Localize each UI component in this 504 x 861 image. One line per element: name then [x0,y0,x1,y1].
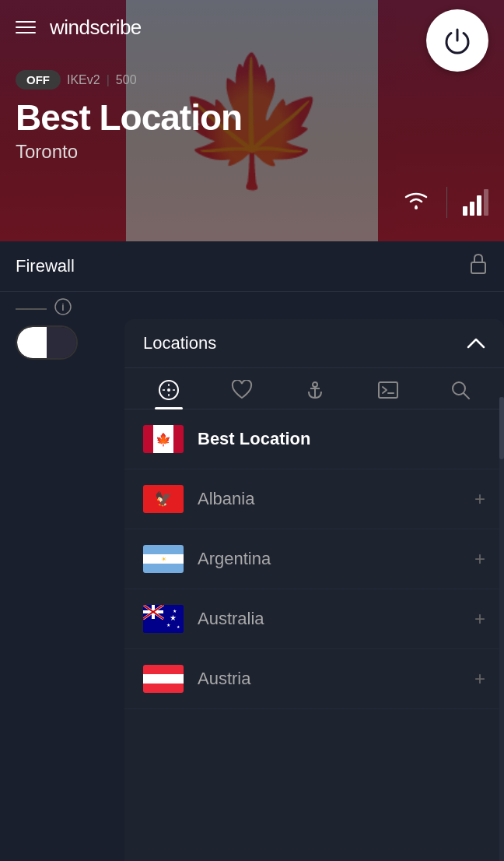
wifi-icon [401,189,431,216]
svg-point-0 [415,206,418,209]
power-button[interactable] [426,9,488,72]
list-item[interactable]: 🦅 Albania + [124,469,504,529]
flag-australia: ★ ★ ★ ★ [143,605,184,633]
expand-icon[interactable]: + [474,608,485,630]
signal-divider [446,187,447,218]
signal-bars-icon [463,189,488,216]
list-item[interactable]: Austria + [124,649,504,709]
tab-favorites[interactable] [231,380,253,408]
scrollbar-thumb[interactable] [499,397,504,459]
protocol-badge: IKEv2 [67,73,100,87]
header-badges: OFF IKEv2 | 500 [16,70,242,90]
list-item[interactable]: ☀ Argentina + [124,529,504,589]
flag-canada: 🍁 [143,425,184,453]
top-nav: windscribe [0,0,504,54]
power-icon [440,23,474,58]
location-name: Best Location [198,429,485,449]
locations-title: Locations [143,333,216,353]
firewall-section: Firewall [0,241,504,292]
tab-all[interactable] [158,379,180,409]
expand-icon[interactable]: + [474,668,485,690]
lock-icon [468,252,488,280]
data-badge: 500 [116,73,137,87]
info-row: i [0,292,504,319]
menu-button[interactable] [16,21,36,33]
locations-panel: Locations [124,319,504,861]
tab-indicator [155,407,183,409]
header-info: OFF IKEv2 | 500 Best Location Toronto [16,70,242,163]
signal-icons [401,187,488,218]
locations-header: Locations [124,319,504,368]
location-name: Australia [198,609,474,629]
theme-toggle[interactable] [16,325,78,360]
expand-icon[interactable]: + [474,548,485,570]
app-logo: windscribe [50,16,142,40]
info-icon[interactable]: i [54,298,72,319]
tab-anchor[interactable] [304,379,326,409]
toggle-dark [47,327,76,358]
location-title: Best Location [16,99,242,136]
expand-icon[interactable]: + [474,488,485,510]
list-item[interactable]: 🍁 Best Location [124,409,504,469]
location-name: Albania [198,489,474,509]
firewall-label: Firewall [16,256,75,276]
flag-austria [143,665,184,693]
city-name: Toronto [16,141,242,163]
svg-rect-1 [471,262,485,273]
svg-point-5 [167,388,170,392]
scrollbar-track [499,397,504,861]
search-icon [450,380,471,400]
tab-bar [124,368,504,409]
svg-point-6 [313,382,317,387]
svg-text:★: ★ [173,609,177,613]
svg-text:i: i [61,302,64,313]
header: 🍁 windscribe OFF IKEv2 | 500 Best Locati… [0,0,504,241]
badge-divider: | [107,73,110,87]
chevron-up-icon[interactable] [467,335,485,353]
tab-terminal[interactable] [377,381,399,407]
anchor-icon [304,379,326,401]
info-line [16,308,47,310]
svg-text:★: ★ [166,623,170,627]
compass-icon [158,379,180,401]
toggle-light [17,327,47,358]
terminal-icon [377,381,399,399]
location-list[interactable]: 🍁 Best Location 🦅 Albania + ☀ Argentina … [124,409,504,861]
status-badge: OFF [16,70,61,90]
svg-text:★: ★ [170,613,177,622]
flag-argentina: ☀ [143,545,184,573]
location-name: Austria [198,669,474,689]
location-name: Argentina [198,549,474,569]
list-item[interactable]: ★ ★ ★ ★ Australia + [124,589,504,649]
heart-icon [231,380,253,400]
tab-search[interactable] [450,380,471,408]
svg-rect-7 [379,382,397,398]
flag-albania: 🦅 [143,485,184,513]
